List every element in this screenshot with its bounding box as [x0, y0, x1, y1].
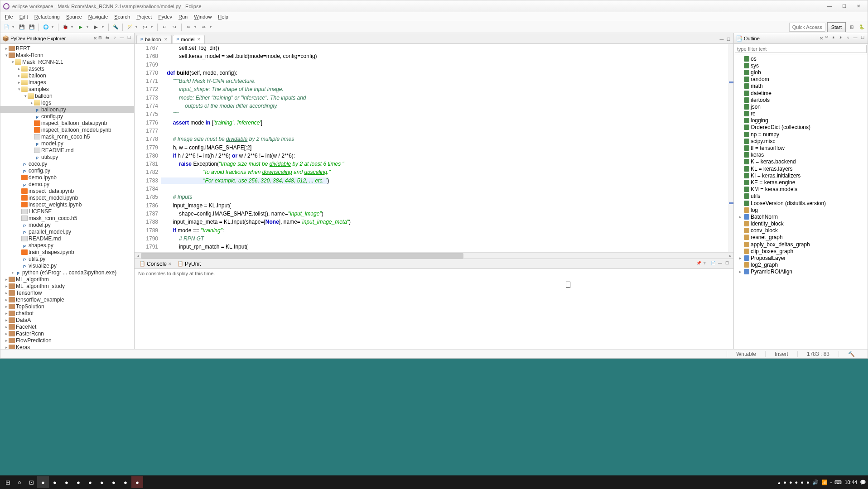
task-app-icon[interactable]: ● — [61, 476, 72, 488]
tray-icon[interactable]: ● — [806, 479, 810, 485]
tree-item[interactable]: README.md — [0, 235, 134, 242]
tree-item[interactable]: LICENSE — [0, 208, 134, 215]
menu-help[interactable]: Help — [215, 13, 231, 20]
start-button[interactable]: Start — [827, 22, 846, 32]
back-icon[interactable]: ⇦ — [184, 23, 193, 31]
outline-item[interactable]: np = numpy — [734, 131, 868, 138]
outline-item[interactable]: itertools — [734, 96, 868, 103]
tree-item[interactable]: shapes.py — [0, 242, 134, 249]
task-app-icon[interactable]: ● — [108, 476, 120, 488]
minimize-button[interactable]: — — [823, 2, 836, 10]
outline-item[interactable]: KE = keras.engine — [734, 179, 868, 186]
save-icon[interactable]: 💾 — [18, 23, 26, 31]
tray-icon[interactable]: ▫ — [830, 479, 832, 485]
menu-edit[interactable]: Edit — [17, 13, 31, 20]
tree-item[interactable]: ▸FlowPrediction — [0, 337, 134, 344]
menu-navigate[interactable]: Navigate — [86, 13, 111, 20]
tree-item[interactable]: ▸Tensorflow — [0, 289, 134, 296]
tree-item[interactable]: ▾Mask_RCNN-2.1 — [0, 58, 134, 65]
tray-ime[interactable]: ⌨ — [834, 479, 842, 485]
package-tree[interactable]: ▸BERT▾Mask-Rcnn▾Mask_RCNN-2.1▸assets▸bal… — [0, 44, 134, 349]
tree-item[interactable]: ▸images — [0, 79, 134, 86]
outline-item[interactable]: ▸PyramidROIAlign — [734, 268, 868, 275]
tab-pyunit[interactable]: 📋 PyUnit — [174, 260, 203, 268]
menu-search[interactable]: Search — [111, 13, 133, 20]
close-outline-icon[interactable]: ✕ — [820, 36, 823, 41]
tree-item[interactable]: ▸assets — [0, 65, 134, 72]
menu-file[interactable]: File — [2, 13, 16, 20]
outline-filter-input[interactable] — [735, 45, 867, 53]
outline-item[interactable]: re — [734, 110, 868, 117]
tree-item[interactable]: mask_rcnn_coco.h5 — [0, 133, 134, 140]
hide-static-icon[interactable]: ✶ — [838, 35, 844, 42]
task-app-icon[interactable]: ● — [131, 476, 143, 488]
task-app-icon[interactable]: ● — [72, 476, 84, 488]
outline-item[interactable]: logging — [734, 117, 868, 124]
outline-item[interactable]: json — [734, 103, 868, 110]
outline-item[interactable]: sys — [734, 62, 868, 69]
tree-item[interactable]: config.py — [0, 113, 134, 120]
outline-item[interactable]: tf = tensorflow — [734, 144, 868, 151]
tree-item[interactable]: ▸balloon — [0, 72, 134, 79]
console-min-icon[interactable]: — — [718, 261, 724, 267]
task-app-icon[interactable]: ● — [49, 476, 61, 488]
editor-tab[interactable]: Pballoon✕ — [136, 35, 172, 43]
link-editor-icon[interactable]: ⇆ — [104, 35, 111, 42]
quick-access-input[interactable] — [789, 23, 825, 32]
tree-item[interactable]: ▸FaceNet — [0, 323, 134, 330]
task-app-icon[interactable]: ● — [120, 476, 131, 488]
tree-item[interactable]: model.py — [0, 140, 134, 147]
tree-item[interactable]: coco.py — [0, 160, 134, 167]
outline-item[interactable]: conv_block — [734, 227, 868, 234]
tray-notifications-icon[interactable]: 💬 — [860, 479, 866, 485]
menu-bar[interactable]: FileEditRefactoringSourceNavigateSearchP… — [0, 12, 868, 21]
task-app-icon[interactable]: ● — [37, 476, 49, 488]
open-console-icon[interactable]: 📄 — [711, 261, 717, 267]
outline-item[interactable]: keras — [734, 152, 868, 158]
start-menu-icon[interactable]: ⊞ — [2, 476, 14, 488]
tree-item[interactable]: README.md — [0, 147, 134, 153]
outline-item[interactable]: log — [734, 206, 868, 213]
tree-item[interactable]: inspect_balloon_model.ipynb — [0, 126, 134, 133]
tree-item[interactable]: inspect_model.ipynb — [0, 194, 134, 201]
tree-item[interactable]: ▸FasterRcnn — [0, 330, 134, 337]
outline-item[interactable]: clip_boxes_graph — [734, 248, 868, 254]
task-app-icon[interactable]: ● — [96, 476, 108, 488]
tree-item[interactable]: balloon.py — [0, 106, 134, 113]
tree-item[interactable]: mask_rcnn_coco.h5 — [0, 215, 134, 221]
view-menu-icon[interactable]: ▿ — [111, 35, 118, 42]
tray-icon[interactable]: 📶 — [821, 479, 828, 485]
menu-project[interactable]: Project — [134, 13, 154, 20]
maximize-button[interactable]: ☐ — [838, 2, 850, 10]
outline-item[interactable]: identity_block — [734, 221, 868, 227]
cortana-icon[interactable]: ○ — [14, 476, 25, 488]
tree-item[interactable]: inspect_data.ipynb — [0, 187, 134, 194]
save-all-icon[interactable]: 💾 — [28, 23, 36, 31]
outline-item[interactable]: OrderedDict (collections) — [734, 124, 868, 131]
windows-taskbar[interactable]: ⊞ ○ ⊡ ● ● ● ● ● ● ● ● ● ▴ ● ● ● ● ● 🔊 📶 … — [0, 475, 868, 489]
tray-clock[interactable]: 10:44 — [844, 479, 857, 485]
tree-item[interactable]: inspect_weights.ipynb — [0, 201, 134, 208]
editor-max-icon[interactable]: ☐ — [725, 37, 732, 43]
tray-icon[interactable]: ● — [789, 479, 792, 485]
view-menu-icon[interactable]: ▿ — [845, 35, 851, 42]
code-editor[interactable]: 1767176817691770177117721773177417751776… — [135, 44, 733, 252]
tree-item[interactable]: config.py — [0, 167, 134, 174]
overview-ruler[interactable] — [728, 44, 733, 252]
tree-item[interactable]: ▸chatbot — [0, 310, 134, 316]
menu-run[interactable]: Run — [176, 13, 190, 20]
horizontal-scrollbar[interactable]: ◂▸ — [135, 252, 733, 259]
console-max-icon[interactable]: ☐ — [725, 261, 732, 267]
pin-console-icon[interactable]: 📌 — [696, 261, 703, 267]
code-area[interactable]: self.set_log_dir() self.keras_model = se… — [161, 44, 733, 252]
tree-item[interactable]: model.py — [0, 221, 134, 228]
taskview-icon[interactable]: ⊡ — [25, 476, 37, 488]
tree-item[interactable]: ▸logs — [0, 99, 134, 106]
tree-item[interactable]: ▸ML_algorithm_study — [0, 283, 134, 289]
outline-item[interactable]: glob — [734, 69, 868, 76]
outline-item[interactable]: math — [734, 83, 868, 90]
wand-icon[interactable]: 🪄 — [125, 23, 134, 31]
tree-item[interactable]: ▸Keras — [0, 344, 134, 349]
outline-item[interactable]: os — [734, 55, 868, 62]
close-button[interactable]: ✕ — [852, 2, 865, 10]
